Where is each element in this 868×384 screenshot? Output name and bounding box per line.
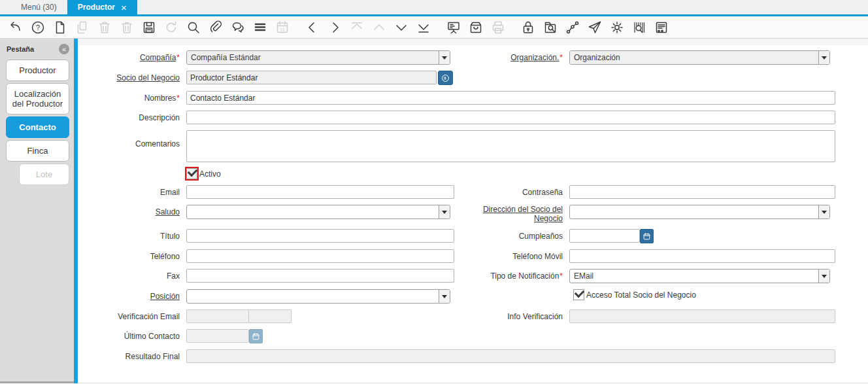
titulo-input[interactable]: [186, 229, 454, 243]
toolbar-find-button[interactable]: [186, 20, 201, 35]
toolbar-attachment-button[interactable]: [208, 20, 224, 35]
acceso-total-checkbox[interactable]: [573, 289, 584, 300]
saludo-dropdown-button[interactable]: [439, 205, 450, 218]
change-log-icon: [654, 20, 669, 35]
toolbar-report-button[interactable]: [446, 20, 461, 35]
toolbar-help-button[interactable]: ?: [30, 20, 46, 35]
sidebar-title: Pestaña: [7, 45, 34, 53]
sidebar-tab-localizaci-n-del-productor[interactable]: Localización del Productor: [6, 83, 69, 114]
form-panel: Compañía* Compañía Estándar Organización…: [78, 39, 868, 383]
saludo-combobox[interactable]: [186, 205, 450, 219]
sidebar-tab-finca[interactable]: Finca: [6, 140, 69, 162]
send-request-icon: [587, 20, 603, 35]
toolbar-send-request-button[interactable]: [587, 20, 603, 35]
toolbar-detail-up-button: [371, 20, 387, 35]
calendar-icon: [251, 332, 261, 341]
saludo-value: [187, 205, 439, 218]
sidebar-tab-lote: Lote: [19, 164, 69, 185]
toolbar-lock-button[interactable]: [520, 20, 536, 35]
posicion-dropdown-button[interactable]: [439, 290, 450, 303]
organizacion-combobox[interactable]: Organización: [569, 50, 830, 65]
collapse-sidebar-button[interactable]: «: [59, 44, 69, 54]
toolbar-archive-button[interactable]: [468, 20, 484, 35]
toolbar-new-record-button[interactable]: [52, 20, 68, 35]
sidebar-header: Pestaña «: [0, 39, 74, 58]
telefono-input[interactable]: [186, 249, 454, 263]
tipo-notificacion-dropdown-button[interactable]: [818, 270, 829, 283]
descripcion-label: Descripción: [78, 111, 186, 122]
tab-menu[interactable]: Menú (30): [10, 0, 67, 14]
contrasena-input[interactable]: [569, 185, 835, 199]
direccion-socio-combobox[interactable]: [569, 205, 830, 219]
refresh-icon: [163, 20, 179, 35]
contact-form: Compañía* Compañía Estándar Organización…: [78, 45, 868, 363]
chevron-down-icon: [822, 275, 827, 278]
help-icon: ?: [30, 20, 46, 35]
detail-up-icon: [371, 20, 387, 35]
socio-negocio-label: Socio del Negocio: [78, 71, 186, 82]
comentarios-label: Comentarios: [78, 130, 186, 148]
posicion-label: Posición: [78, 289, 186, 301]
toolbar-toggle-view-button[interactable]: [252, 20, 268, 35]
chat-icon: [230, 20, 246, 35]
toggle-view-icon: [252, 20, 268, 35]
cumpleanos-input[interactable]: [569, 229, 640, 243]
product-info-icon: [631, 20, 647, 35]
tab-productor[interactable]: Productor ×: [67, 0, 137, 14]
sidebar-tab-contacto[interactable]: Contacto: [6, 116, 69, 138]
checkmark-icon: [188, 166, 198, 175]
resultado-final-label: Resultado Final: [78, 349, 186, 361]
toolbar-next-record-button[interactable]: [327, 20, 342, 35]
chevron-down-icon: [822, 56, 827, 60]
close-tab-icon[interactable]: ×: [121, 3, 127, 12]
toolbar-last-record-button[interactable]: [416, 20, 431, 35]
toolbar-preferences-button[interactable]: [609, 20, 625, 35]
posicion-combobox[interactable]: [186, 289, 450, 304]
toolbar-chat-button[interactable]: [230, 20, 246, 35]
verificacion-email-field-group: [186, 309, 461, 323]
business-partner-info-button[interactable]: [438, 71, 453, 85]
copy-record-icon: [75, 20, 90, 35]
toolbar-save-button[interactable]: [141, 20, 157, 35]
resultado-final-input: [186, 349, 835, 363]
last-record-icon: [416, 20, 431, 35]
toolbar-zoom-across-button[interactable]: [542, 20, 558, 35]
email-input[interactable]: [186, 185, 454, 199]
comentarios-textarea[interactable]: [186, 130, 835, 162]
chevron-down-icon: [442, 211, 447, 214]
form-top-strip: [78, 39, 868, 45]
socio-negocio-field-group: [186, 71, 835, 85]
acceso-total-field: Acceso Total Socio del Negocio: [573, 289, 835, 300]
sidebar-tab-productor[interactable]: Productor: [6, 60, 69, 81]
nombres-input[interactable]: [186, 91, 835, 105]
tipo-notificacion-combobox[interactable]: EMail: [569, 269, 830, 283]
main-area: Pestaña « ProductorLocalización del Prod…: [0, 39, 868, 383]
ultimo-contacto-input: [186, 329, 249, 343]
telefono-movil-input[interactable]: [569, 249, 835, 263]
parent-record-icon: [349, 20, 365, 35]
toolbar-previous-record-button[interactable]: [305, 20, 320, 35]
toolbar-detail-down-button[interactable]: [393, 20, 409, 35]
toolbar-workflow-button[interactable]: [565, 20, 580, 35]
toolbar-product-info-button[interactable]: [631, 20, 647, 35]
toolbar-undo-button[interactable]: [8, 20, 24, 35]
descripcion-input[interactable]: [186, 111, 835, 124]
activo-label: Activo: [199, 169, 221, 179]
toolbar-change-log-button[interactable]: [654, 20, 669, 35]
compania-dropdown-button[interactable]: [439, 51, 450, 64]
cumpleanos-calendar-button[interactable]: [640, 229, 654, 243]
acceso-total-label: Acceso Total Socio del Negocio: [586, 290, 696, 300]
organizacion-dropdown-button[interactable]: [818, 51, 829, 64]
verificacion-email-label: Verificación Email: [78, 309, 186, 321]
toolbar-calendar-button: 31: [275, 20, 290, 35]
delete-selection-icon: [119, 20, 135, 35]
tab-sidebar: Pestaña « ProductorLocalización del Prod…: [0, 39, 74, 383]
svg-text:?: ?: [36, 24, 40, 31]
compania-combobox[interactable]: Compañía Estándar: [186, 50, 450, 65]
activo-checkbox[interactable]: [186, 168, 197, 179]
fax-input[interactable]: [186, 269, 454, 283]
socio-negocio-input[interactable]: [186, 71, 437, 84]
direccion-socio-dropdown-button[interactable]: [818, 205, 829, 218]
toolbar-delete-record-button: [97, 20, 112, 35]
activo-field: Activo: [186, 168, 835, 179]
